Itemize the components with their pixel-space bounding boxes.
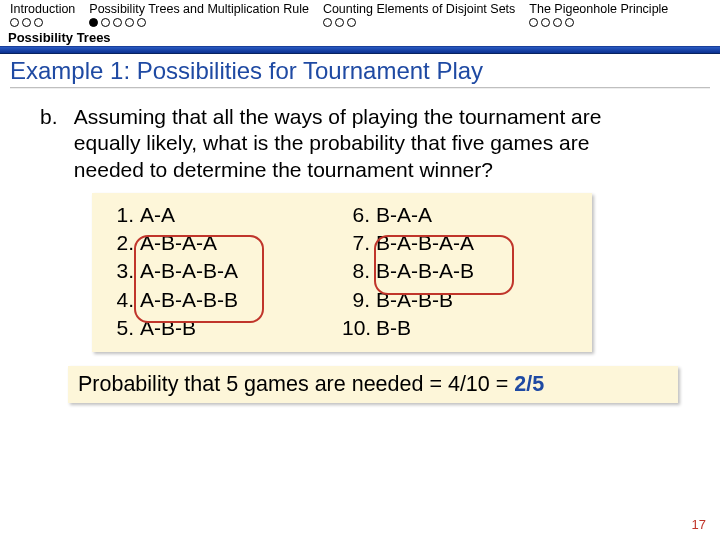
nav-item: Possibility Trees and Multiplication Rul…	[89, 2, 309, 27]
nav-dot	[113, 18, 122, 27]
highlight-ring-right	[374, 235, 514, 295]
nav-dot	[137, 18, 146, 27]
question-text: Assuming that all the ways of playing th…	[74, 104, 664, 183]
answer-number: 6.	[342, 201, 376, 229]
nav-label: Counting Elements of Disjoint Sets	[323, 2, 515, 16]
answer-number: 7.	[342, 229, 376, 257]
nav-item: Counting Elements of Disjoint Sets	[323, 2, 515, 27]
nav-label: The Pigeonhole Principle	[529, 2, 668, 16]
answer-number: 9.	[342, 286, 376, 314]
answer-value: B-A-A	[376, 201, 432, 229]
highlight-ring-left	[134, 235, 264, 323]
nav-dot	[89, 18, 98, 27]
nav-dot	[335, 18, 344, 27]
question-block: b. Assuming that all the ways of playing…	[0, 88, 720, 403]
nav-dot	[347, 18, 356, 27]
answer-number: 10.	[342, 314, 376, 342]
nav-dot	[323, 18, 332, 27]
answer-value: A-A	[140, 201, 175, 229]
nav-progress-dots	[10, 18, 43, 27]
section-nav: IntroductionPossibility Trees and Multip…	[0, 0, 720, 27]
answer-item: 10.B-B	[342, 314, 578, 342]
section-subheading: Possibility Trees	[0, 27, 720, 46]
nav-progress-dots	[89, 18, 146, 27]
nav-progress-dots	[529, 18, 574, 27]
nav-item: The Pigeonhole Principle	[529, 2, 668, 27]
nav-dot	[10, 18, 19, 27]
probability-result: Probability that 5 games are needed = 4/…	[68, 366, 678, 403]
answer-value: B-B	[376, 314, 411, 342]
nav-dot	[34, 18, 43, 27]
nav-dot	[541, 18, 550, 27]
probability-prefix: Probability that 5 games are needed = 4/…	[78, 372, 514, 396]
nav-dot	[553, 18, 562, 27]
answer-number: 1.	[106, 201, 140, 229]
slide-title: Example 1: Possibilities for Tournament …	[0, 54, 720, 85]
nav-label: Possibility Trees and Multiplication Rul…	[89, 2, 309, 16]
answer-number: 8.	[342, 257, 376, 285]
answer-box: 1.A-A2.A-B-A-A3.A-B-A-B-A4.A-B-A-B-B5.A-…	[92, 193, 592, 353]
probability-value: 2/5	[514, 372, 544, 396]
divider-bar	[0, 46, 720, 54]
answer-item: 6.B-A-A	[342, 201, 578, 229]
nav-dot	[125, 18, 134, 27]
page-number: 17	[692, 517, 706, 532]
nav-dot	[22, 18, 31, 27]
nav-dot	[565, 18, 574, 27]
nav-progress-dots	[323, 18, 356, 27]
nav-dot	[529, 18, 538, 27]
answer-number: 5.	[106, 314, 140, 342]
nav-item: Introduction	[10, 2, 75, 27]
question-label: b.	[40, 104, 68, 130]
answer-item: 1.A-A	[106, 201, 342, 229]
nav-label: Introduction	[10, 2, 75, 16]
nav-dot	[101, 18, 110, 27]
